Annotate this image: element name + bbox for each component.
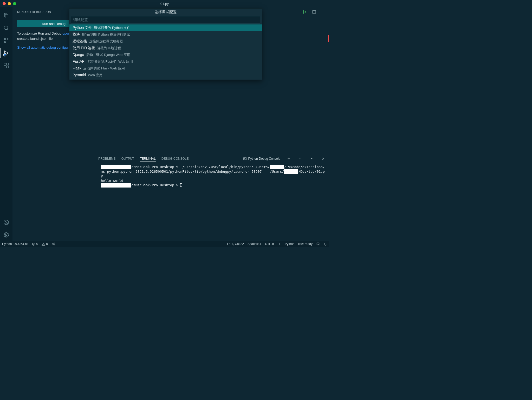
status-live-share-icon[interactable] xyxy=(51,242,55,246)
window-title: 01.py xyxy=(160,2,169,6)
maximize-panel-icon[interactable] xyxy=(309,156,315,162)
close-window-button[interactable] xyxy=(3,2,6,5)
activity-bar xyxy=(0,7,12,241)
status-eol[interactable]: LF xyxy=(277,242,281,246)
explorer-icon[interactable] xyxy=(0,9,12,22)
titlebar: 01.py xyxy=(0,0,329,7)
svg-point-11 xyxy=(5,221,7,222)
overview-ruler-error-marker xyxy=(328,35,329,42)
quickpick-list: Python 文件 调试打开的 Python 文件 模块 用'-m'调用 Pyt… xyxy=(69,24,262,80)
account-icon[interactable] xyxy=(0,216,12,229)
window-controls xyxy=(3,2,16,5)
terminal-content[interactable]: hanyang@hanyangdeMacBook-Pro Desktop % /… xyxy=(95,163,329,241)
status-bell-icon[interactable] xyxy=(323,242,327,246)
panel-tabs: PROBLEMS OUTPUT TERMINAL DEBUG CONSOLE P… xyxy=(95,154,329,163)
zoom-window-button[interactable] xyxy=(13,2,16,5)
quickpick-input[interactable] xyxy=(71,16,260,23)
show-all-configs-link[interactable]: Show all automatic debug configurations xyxy=(17,46,78,49)
close-panel-icon[interactable] xyxy=(320,156,326,162)
status-python-version[interactable]: Python 3.9.4 64-bit xyxy=(2,242,28,246)
status-warnings[interactable]: 0 xyxy=(42,242,48,246)
tab-problems[interactable]: PROBLEMS xyxy=(98,156,116,162)
svg-point-2 xyxy=(4,42,6,43)
status-language[interactable]: Python xyxy=(285,242,294,246)
panel: PROBLEMS OUTPUT TERMINAL DEBUG CONSOLE P… xyxy=(95,154,329,241)
status-encoding[interactable]: UTF-8 xyxy=(265,242,274,246)
quickpick-item-remote[interactable]: 远程连接 连接到远程调试服务器 xyxy=(69,38,262,45)
svg-rect-6 xyxy=(4,63,6,65)
extensions-icon[interactable] xyxy=(0,59,12,72)
svg-point-5 xyxy=(4,54,5,56)
status-feedback-icon[interactable] xyxy=(316,242,320,246)
svg-rect-7 xyxy=(4,66,6,68)
svg-point-14 xyxy=(322,11,322,12)
quickpick-item-pid[interactable]: 使用 PID 连接 连接到本地进程 xyxy=(69,45,262,51)
status-line-col[interactable]: Ln 1, Col 22 xyxy=(227,242,244,246)
quickpick-title: 选择调试配置 xyxy=(69,9,262,16)
quickpick-debug-config: 选择调试配置 Python 文件 调试打开的 Python 文件 模块 用'-m… xyxy=(69,8,262,80)
settings-gear-icon[interactable] xyxy=(0,229,12,241)
search-icon[interactable] xyxy=(0,22,12,34)
new-terminal-icon[interactable] xyxy=(286,156,292,162)
run-icon[interactable] xyxy=(301,8,308,16)
svg-point-12 xyxy=(5,234,7,236)
svg-point-15 xyxy=(323,11,324,12)
tab-terminal[interactable]: TERMINAL xyxy=(140,156,156,162)
quickpick-item-fastapi[interactable]: FastAPI 启动并调试 FastAPI Web 应用 xyxy=(69,58,262,65)
svg-rect-17 xyxy=(243,158,246,160)
split-editor-icon[interactable] xyxy=(310,8,318,16)
status-spaces[interactable]: Spaces: 4 xyxy=(248,242,261,246)
svg-rect-8 xyxy=(7,66,9,68)
statusbar: Python 3.9.4 64-bit 0 0 Ln 1, Col 22 Spa… xyxy=(0,241,329,247)
quickpick-item-pyramid[interactable]: Pyramid Web 应用 xyxy=(69,72,262,79)
tab-debug-console[interactable]: DEBUG CONSOLE xyxy=(161,156,189,162)
more-actions-icon[interactable] xyxy=(320,8,327,16)
svg-point-1 xyxy=(7,38,8,40)
terminal-dropdown-icon[interactable] xyxy=(297,156,303,162)
quickpick-item-module[interactable]: 模块 用'-m'调用 Python 模块进行调试 xyxy=(69,31,262,38)
minimize-window-button[interactable] xyxy=(8,2,11,5)
svg-rect-9 xyxy=(7,63,9,65)
terminal-session-selector[interactable]: Python Debug Console xyxy=(243,157,280,160)
source-control-icon[interactable] xyxy=(0,34,12,47)
tab-output[interactable]: OUTPUT xyxy=(121,156,134,162)
run-debug-icon[interactable] xyxy=(0,47,12,59)
svg-point-16 xyxy=(325,11,325,12)
quickpick-item-flask[interactable]: Flask 启动并调试 Flask Web 应用 xyxy=(69,65,262,72)
status-kite[interactable]: kite: ready xyxy=(298,242,313,246)
quickpick-item-python-file[interactable]: Python 文件 调试打开的 Python 文件 xyxy=(69,24,262,31)
status-errors[interactable]: 0 xyxy=(32,242,38,246)
terminal-cursor xyxy=(180,183,182,187)
svg-point-0 xyxy=(4,26,8,30)
quickpick-item-django[interactable]: Django 启动并调试 Django Web 应用 xyxy=(69,51,262,58)
